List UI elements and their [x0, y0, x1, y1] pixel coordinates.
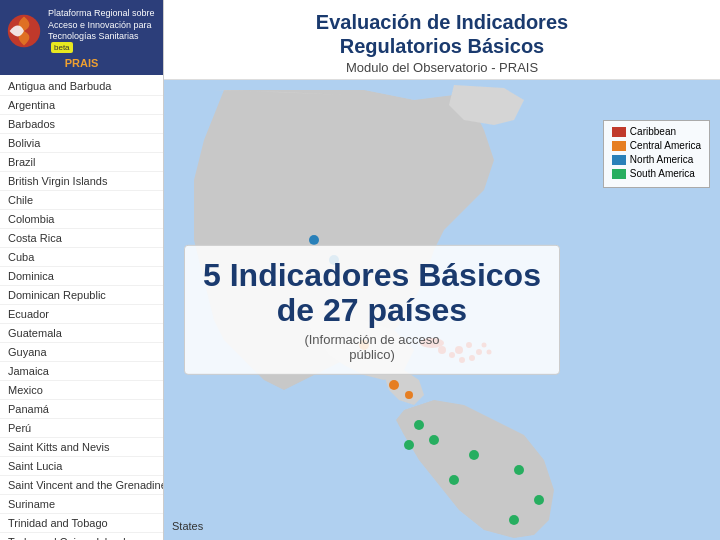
country-item[interactable]: Panamá [0, 400, 163, 419]
legend-label: Central America [630, 140, 701, 151]
legend-color-box [612, 169, 626, 179]
legend-item: South America [612, 168, 701, 179]
country-item[interactable]: Trinidad and Tobago [0, 514, 163, 533]
prais-logo-label: PRAIS [65, 57, 99, 69]
legend-color-box [612, 127, 626, 137]
country-item[interactable]: Bolivia [0, 134, 163, 153]
country-item[interactable]: Mexico [0, 381, 163, 400]
country-item[interactable]: Brazil [0, 153, 163, 172]
country-item[interactable]: Dominican Republic [0, 286, 163, 305]
legend-item: Caribbean [612, 126, 701, 137]
legend-item: North America [612, 154, 701, 165]
svg-point-16 [509, 515, 519, 525]
country-item[interactable]: Guatemala [0, 324, 163, 343]
svg-point-24 [405, 391, 413, 399]
svg-point-19 [404, 440, 414, 450]
country-item[interactable]: Suriname [0, 495, 163, 514]
country-item[interactable]: Ecuador [0, 305, 163, 324]
prais-logo-icon [6, 13, 42, 49]
country-item[interactable]: Costa Rica [0, 229, 163, 248]
map-container: 5 Indicadores Básicos de 27 países (Info… [164, 80, 720, 540]
main-subtitle: Modulo del Observatorio - PRAIS [184, 60, 700, 75]
legend-color-box [612, 155, 626, 165]
country-item[interactable]: Saint Kitts and Nevis [0, 438, 163, 457]
country-item[interactable]: Antigua and Barbuda [0, 77, 163, 96]
svg-point-18 [414, 420, 424, 430]
sidebar-header: Plataforma Regional sobreAcceso e Innova… [0, 0, 163, 75]
country-item[interactable]: Cuba [0, 248, 163, 267]
country-item[interactable]: Guyana [0, 343, 163, 362]
svg-point-15 [534, 495, 544, 505]
country-item[interactable]: Jamaica [0, 362, 163, 381]
country-item[interactable]: Turks and Caicos Islands [0, 533, 163, 540]
svg-point-21 [309, 235, 319, 245]
map-legend: CaribbeanCentral AmericaNorth AmericaSou… [603, 120, 710, 188]
main-panel: Evaluación de Indicadores Regulatorios B… [164, 0, 720, 540]
country-item[interactable]: Chile [0, 191, 163, 210]
beta-badge: beta [51, 42, 73, 53]
country-item[interactable]: Argentina [0, 96, 163, 115]
svg-point-23 [389, 380, 399, 390]
svg-point-14 [514, 465, 524, 475]
country-item[interactable]: Dominica [0, 267, 163, 286]
indicator-count: 5 Indicadores Básicos de 27 países [203, 258, 541, 328]
country-list[interactable]: Antigua and BarbudaArgentinaBarbadosBoli… [0, 75, 163, 540]
country-item[interactable]: Colombia [0, 210, 163, 229]
svg-point-13 [469, 450, 479, 460]
legend-label: South America [630, 168, 695, 179]
center-info-box: 5 Indicadores Básicos de 27 países (Info… [184, 245, 560, 375]
legend-label: North America [630, 154, 693, 165]
svg-point-17 [449, 475, 459, 485]
country-item[interactable]: Saint Lucia [0, 457, 163, 476]
logo-text: Plataforma Regional sobreAcceso e Innova… [48, 8, 157, 55]
country-item[interactable]: British Virgin Islands [0, 172, 163, 191]
main-header: Evaluación de Indicadores Regulatorios B… [164, 0, 720, 80]
legend-item: Central America [612, 140, 701, 151]
legend-label: Caribbean [630, 126, 676, 137]
svg-point-12 [429, 435, 439, 445]
country-item[interactable]: Saint Vincent and the Grenadines [0, 476, 163, 495]
info-sub-label: (Información de acceso público) [203, 332, 541, 362]
sidebar: Plataforma Regional sobreAcceso e Innova… [0, 0, 164, 540]
logo-area: Plataforma Regional sobreAcceso e Innova… [6, 8, 157, 55]
country-item[interactable]: Perú [0, 419, 163, 438]
states-label: States [172, 520, 203, 532]
legend-color-box [612, 141, 626, 151]
main-title: Evaluación de Indicadores Regulatorios B… [184, 10, 700, 58]
country-item[interactable]: Barbados [0, 115, 163, 134]
